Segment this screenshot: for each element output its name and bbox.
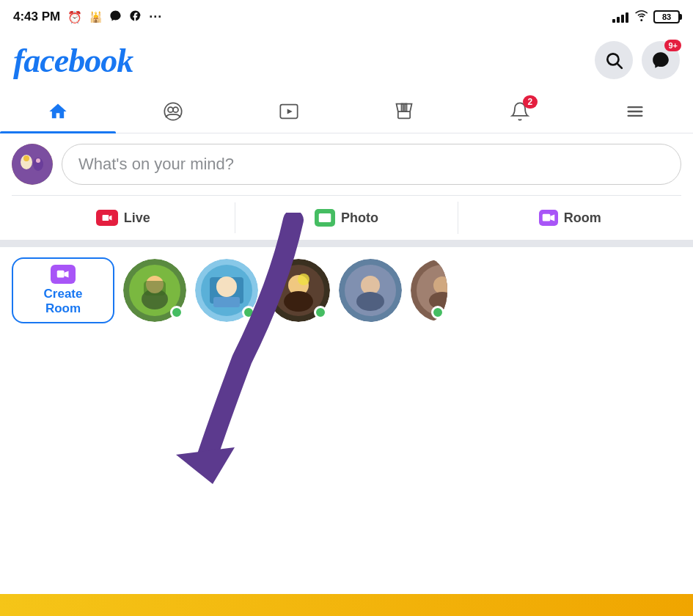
wifi-icon xyxy=(634,9,648,25)
create-room-button[interactable]: CreateRoom xyxy=(12,257,114,323)
status-time: 4:43 PM ⏰ 🕌 ··· xyxy=(13,10,162,25)
room-icon: + xyxy=(539,210,558,226)
status-right: 83 xyxy=(612,9,680,25)
room-button[interactable]: + Room xyxy=(458,202,681,233)
svg-marker-52 xyxy=(176,447,235,484)
live-button[interactable]: Live xyxy=(12,202,235,233)
fb-status-icon xyxy=(129,10,142,25)
svg-point-3 xyxy=(168,107,173,112)
battery-indicator: 83 xyxy=(653,10,680,23)
post-placeholder: What's on your mind? xyxy=(78,155,234,173)
svg-point-16 xyxy=(36,158,40,163)
story-item-2[interactable] xyxy=(195,259,258,322)
tab-menu[interactable] xyxy=(578,89,694,133)
svg-rect-33 xyxy=(144,281,166,296)
photo-icon xyxy=(315,209,335,227)
bottom-bar xyxy=(0,594,693,616)
status-bar: 4:43 PM ⏰ 🕌 ··· 83 xyxy=(0,0,693,31)
svg-point-47 xyxy=(356,292,384,311)
online-indicator-2 xyxy=(242,306,255,319)
notifications-badge: 2 xyxy=(523,95,538,109)
header-actions: 9+ xyxy=(595,41,680,79)
time-label: 4:43 PM xyxy=(13,10,60,24)
alarm-icon: ⏰ xyxy=(67,10,82,24)
story-item-5[interactable] xyxy=(411,259,447,322)
svg-marker-6 xyxy=(287,109,292,114)
svg-marker-26 xyxy=(65,271,69,277)
user-avatar[interactable] xyxy=(12,144,53,185)
post-section: What's on your mind? Live Photo xyxy=(0,133,693,240)
stories-section: CreateRoom xyxy=(0,247,693,334)
svg-point-4 xyxy=(173,107,178,112)
messenger-button[interactable]: 9+ xyxy=(642,41,680,79)
story-circle-4 xyxy=(339,259,402,322)
tab-marketplace[interactable] xyxy=(347,89,463,133)
story-item-1[interactable] xyxy=(123,259,186,322)
svg-point-20 xyxy=(323,216,327,220)
online-indicator-1 xyxy=(170,306,183,319)
svg-marker-23 xyxy=(550,215,554,221)
create-room-icon xyxy=(51,265,76,284)
section-divider xyxy=(0,240,693,247)
svg-marker-18 xyxy=(109,216,112,221)
dots-icon: ··· xyxy=(149,10,162,25)
svg-text:+: + xyxy=(544,216,547,220)
svg-point-37 xyxy=(216,276,237,297)
search-button[interactable] xyxy=(595,41,633,79)
story-item-3[interactable] xyxy=(267,259,330,322)
svg-line-1 xyxy=(617,64,622,68)
mosque-icon: 🕌 xyxy=(89,11,102,23)
story-item-4[interactable] xyxy=(339,259,402,322)
svg-point-43 xyxy=(298,274,309,285)
post-box-row: What's on your mind? xyxy=(12,144,681,185)
svg-point-42 xyxy=(284,291,313,312)
live-label: Live xyxy=(124,210,150,226)
tab-notifications[interactable]: 2 xyxy=(462,89,578,133)
online-indicator-3 xyxy=(314,306,327,319)
facebook-logo: facebook xyxy=(13,41,133,80)
tab-home[interactable] xyxy=(0,89,116,133)
tab-groups[interactable] xyxy=(116,89,232,133)
signal-bars xyxy=(612,11,628,23)
create-room-label: CreateRoom xyxy=(44,287,83,317)
app-header: facebook 9+ xyxy=(0,31,693,89)
post-action-row: Live Photo + Room xyxy=(12,195,681,240)
room-label: Room xyxy=(564,210,601,226)
svg-rect-7 xyxy=(402,103,403,111)
svg-point-21 xyxy=(328,214,329,216)
messenger-badge: 9+ xyxy=(664,40,681,51)
post-input[interactable]: What's on your mind? xyxy=(62,144,681,185)
live-icon xyxy=(96,210,118,226)
online-indicator-5 xyxy=(431,306,444,319)
svg-rect-17 xyxy=(102,215,109,221)
svg-rect-38 xyxy=(213,297,240,307)
svg-point-15 xyxy=(23,155,29,161)
photo-button[interactable]: Photo xyxy=(235,202,459,234)
navigation-tabs: 2 xyxy=(0,89,693,133)
tab-watch[interactable] xyxy=(231,89,347,133)
messenger-status-icon xyxy=(109,10,122,25)
svg-point-12 xyxy=(12,144,53,185)
photo-label: Photo xyxy=(341,210,378,226)
svg-rect-8 xyxy=(405,103,406,111)
